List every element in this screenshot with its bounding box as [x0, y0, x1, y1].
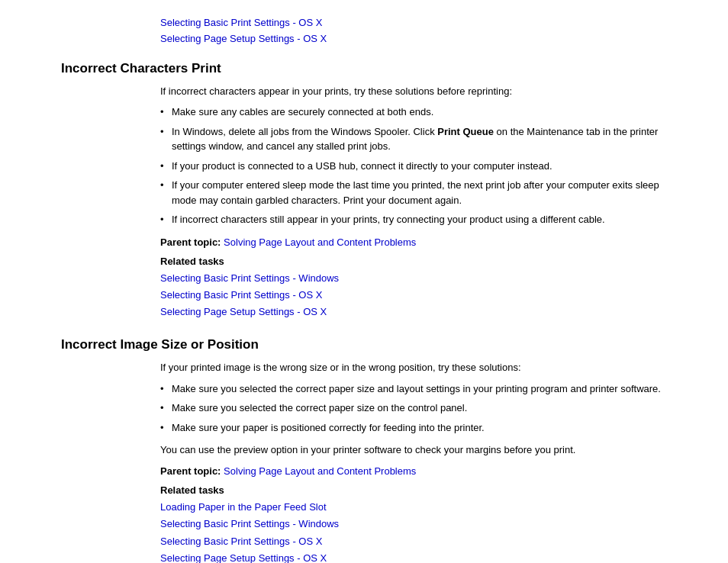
- section1-parent-topic-link[interactable]: Solving Page Layout and Content Problems: [224, 236, 416, 248]
- parent-topic-label2: Parent topic:: [160, 465, 221, 477]
- section1-related-link-2[interactable]: Selecting Basic Print Settings - OS X: [160, 287, 667, 304]
- section1-parent-topic: Parent topic: Solving Page Layout and Co…: [160, 235, 667, 250]
- bullet-item: If incorrect characters still appear in …: [160, 212, 667, 227]
- bullet-item: If your product is connected to a USB hu…: [160, 159, 667, 174]
- section2-heading: Incorrect Image Size or Position: [61, 337, 667, 352]
- section2-parent-topic: Parent topic: Solving Page Layout and Co…: [160, 464, 667, 479]
- section1-bullets: Make sure any cables are securely connec…: [160, 105, 667, 227]
- bullet-item: Make sure you selected the correct paper…: [160, 401, 667, 416]
- section2-related-link-2[interactable]: Selecting Basic Print Settings - Windows: [160, 516, 667, 532]
- section2-related-links: Loading Paper in the Paper Feed Slot Sel…: [160, 499, 667, 563]
- section2-bullets: Make sure you selected the correct paper…: [160, 381, 667, 436]
- bullet-item: Make sure you selected the correct paper…: [160, 381, 667, 397]
- section1-content: If incorrect characters appear in your p…: [61, 84, 667, 321]
- section2-extra-text: You can use the preview option in your p…: [160, 442, 667, 458]
- section1-related-links: Selecting Basic Print Settings - Windows…: [160, 270, 667, 320]
- top-links-section: Selecting Basic Print Settings - OS X Se…: [61, 15, 667, 47]
- section1-intro: If incorrect characters appear in your p…: [160, 84, 667, 99]
- parent-topic-label: Parent topic:: [160, 236, 221, 248]
- bullet-item: Make sure your paper is positioned corre…: [160, 420, 667, 436]
- section-incorrect-characters: Incorrect Characters Print If incorrect …: [61, 61, 667, 321]
- section1-heading: Incorrect Characters Print: [61, 61, 667, 76]
- section2-related-link-1[interactable]: Loading Paper in the Paper Feed Slot: [160, 499, 667, 516]
- section1-related-link-3[interactable]: Selecting Page Setup Settings - OS X: [160, 304, 667, 320]
- section2-related-tasks-label: Related tasks: [160, 484, 667, 496]
- bullet-item: In Windows, delete all jobs from the Win…: [160, 124, 667, 154]
- section2-related-link-3[interactable]: Selecting Basic Print Settings - OS X: [160, 533, 667, 550]
- section2-parent-topic-link[interactable]: Solving Page Layout and Content Problems: [224, 465, 416, 477]
- section2-content: If your printed image is the wrong size …: [61, 360, 667, 563]
- bullet-item: If your computer entered sleep mode the …: [160, 178, 667, 208]
- top-link-2[interactable]: Selecting Page Setup Settings - OS X: [160, 31, 667, 47]
- section2-intro: If your printed image is the wrong size …: [160, 360, 667, 375]
- section1-related-link-1[interactable]: Selecting Basic Print Settings - Windows: [160, 270, 667, 287]
- section1-related-tasks-label: Related tasks: [160, 256, 667, 267]
- bold-text: Print Queue: [437, 126, 494, 137]
- top-link-1[interactable]: Selecting Basic Print Settings - OS X: [160, 15, 667, 31]
- section-incorrect-image: Incorrect Image Size or Position If your…: [61, 337, 667, 563]
- bullet-item: Make sure any cables are securely connec…: [160, 105, 667, 120]
- page: Selecting Basic Print Settings - OS X Se…: [0, 0, 728, 563]
- section2-related-link-4[interactable]: Selecting Page Setup Settings - OS X: [160, 550, 667, 563]
